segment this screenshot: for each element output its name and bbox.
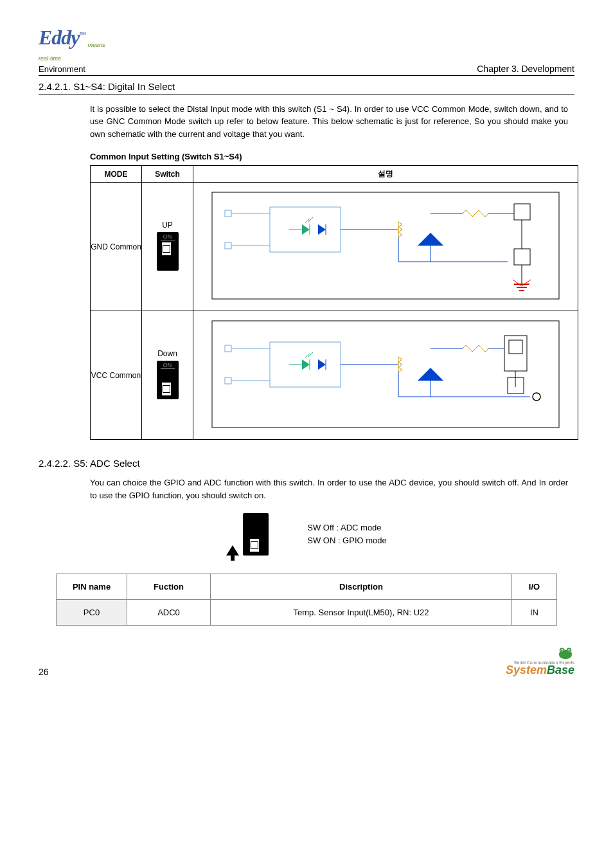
cell-desc: Temp. Sensor Input(LM50), RN: U22 [211, 600, 512, 626]
section-2-paragraph: You can choice the GPIO and ADC function… [90, 476, 568, 502]
section-2-4-2-2-title: 2.4.2.2. S5: ADC Select [39, 458, 574, 469]
table-row: PC0 ADC0 Temp. Sensor Input(LM50), RN: U… [57, 600, 557, 626]
svg-line-28 [522, 280, 531, 286]
dip-switch-up-icon: ON [157, 232, 179, 271]
s5-switch-graphic [226, 513, 269, 556]
page-number: 26 [39, 667, 49, 677]
row-gnd-mode: GND Common [91, 183, 142, 311]
svg-marker-44 [418, 368, 443, 381]
row-vcc-switch: Down ON [142, 311, 193, 440]
svg-point-60 [569, 650, 570, 651]
logo-block: Eddy™ meansreal-time Environment [39, 26, 105, 74]
th-switch: Switch [142, 166, 193, 183]
th-function: Fuction [127, 574, 211, 600]
svg-point-59 [562, 650, 563, 651]
footer-logo: Serial Communication Experts SystemBase [506, 645, 574, 677]
th-desc: 설명 [193, 166, 578, 183]
svg-rect-30 [225, 345, 231, 352]
svg-marker-7 [302, 224, 310, 235]
chapter-label: Chapter 3. Development [477, 64, 574, 74]
logo-tm: ™ [80, 31, 85, 38]
row-gnd-diagram [193, 183, 578, 311]
th-mode: MODE [91, 166, 142, 183]
svg-point-53 [533, 393, 540, 401]
switch-pos-down-label: Down [142, 349, 193, 358]
switch-pos-up-label: UP [142, 221, 193, 230]
arrow-up-icon [226, 545, 239, 556]
row-gnd-switch: UP ON [142, 183, 193, 311]
page-footer: 26 Serial Communication Experts SystemBa… [39, 645, 574, 677]
sw-on-label: SW ON : GPIO mode [307, 534, 387, 548]
svg-rect-1 [225, 210, 231, 217]
frog-icon [556, 645, 574, 660]
schematic-table: MODE Switch 설명 GND Common UP ON [90, 165, 578, 440]
svg-line-27 [513, 280, 522, 286]
row-vcc-mode: VCC Common [91, 311, 142, 440]
common-input-setting-heading: Common Input Setting (Switch S1~S4) [90, 152, 574, 161]
environment-label: Environment [39, 64, 105, 74]
row-vcc-diagram [193, 311, 578, 440]
sw-off-label: SW Off : ADC mode [307, 521, 387, 535]
section-2-4-2-1-title: 2.4.2.1. S1~S4: Digital In Select [39, 81, 574, 95]
cell-pin: PC0 [57, 600, 127, 626]
svg-rect-50 [509, 340, 522, 354]
page-header: Eddy™ meansreal-time Environment Chapter… [39, 26, 574, 76]
logo-text: Eddy™ [39, 26, 85, 49]
svg-marker-15 [418, 233, 443, 246]
th-pin-name: PIN name [57, 574, 127, 600]
gnd-common-schematic-icon [193, 185, 578, 307]
cell-func: ADC0 [127, 600, 211, 626]
th-description: Discription [211, 574, 512, 600]
pin-table: PIN name Fuction Discription I/O PC0 ADC… [56, 574, 557, 626]
dip-switch-s5-icon [243, 513, 269, 556]
vcc-common-schematic-icon [193, 313, 578, 435]
footer-brand: SystemBase [506, 664, 574, 676]
cell-io: IN [512, 600, 557, 626]
s5-mode-text: SW Off : ADC mode SW ON : GPIO mode [307, 521, 387, 548]
svg-rect-20 [514, 204, 530, 220]
section-1-paragraph: It is possible to select the Distal Inpu… [90, 103, 568, 141]
svg-rect-22 [514, 249, 530, 265]
svg-marker-40 [318, 359, 326, 370]
dip-switch-down-icon: ON [157, 361, 179, 399]
svg-rect-3 [225, 242, 231, 249]
svg-rect-32 [225, 377, 231, 384]
th-io: I/O [512, 574, 557, 600]
svg-rect-29 [212, 321, 559, 428]
s5-switch-row: SW Off : ADC mode SW ON : GPIO mode [39, 513, 574, 556]
svg-marker-36 [302, 359, 310, 370]
svg-marker-11 [318, 224, 326, 235]
logo-main: Eddy [39, 26, 80, 49]
